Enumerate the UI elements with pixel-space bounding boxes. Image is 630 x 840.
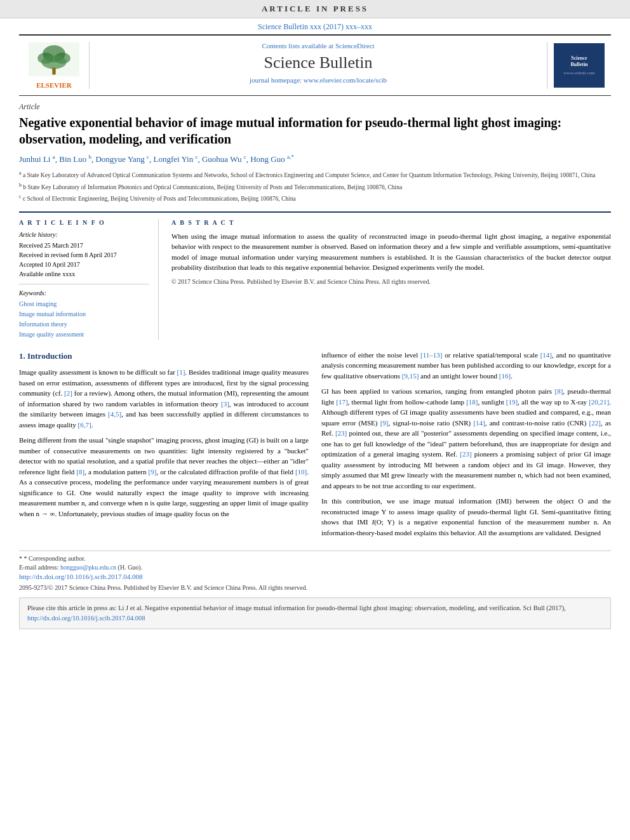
info-divider — [19, 284, 149, 284]
online-date: Available online xxxx — [19, 269, 149, 279]
citation-box: Please cite this article in press as: Li… — [19, 597, 611, 629]
elsevier-logo-area: ELSEVIER — [19, 42, 89, 89]
revised-date: Received in revised form 8 April 2017 — [19, 250, 149, 260]
keyword-1: Ghost imaging — [19, 299, 149, 309]
elsevier-logo: ELSEVIER — [29, 42, 79, 89]
abstract-text: When using the image mutual information … — [171, 231, 611, 286]
banner-text: ARTICLE IN PRESS — [262, 4, 368, 13]
article-info-column: A R T I C L E I N F O Article history: R… — [19, 219, 159, 340]
body-column-left: 1. Introduction Image quality assessment… — [19, 350, 309, 543]
abstract-column: A B S T R A C T When using the image mut… — [171, 219, 611, 340]
affiliation-a: a a State Key Laboratory of Advanced Opt… — [19, 170, 611, 180]
right-para-3: In this contribution, we use image mutua… — [321, 496, 611, 538]
received-date: Received 25 March 2017 — [19, 241, 149, 250]
body-content: 1. Introduction Image quality assessment… — [19, 350, 611, 543]
keyword-4: Image quality assessment — [19, 330, 149, 340]
intro-section-title: 1. Introduction — [19, 350, 309, 363]
elsevier-logo-icon — [29, 42, 79, 77]
affiliations: a a State Key Laboratory of Advanced Opt… — [19, 170, 611, 203]
science-bulletin-logo-area: ScienceBulletin www.scibull.com — [547, 42, 611, 89]
contents-available: Contents lists available at ScienceDirec… — [102, 42, 534, 50]
journal-name: Science Bulletin xxx (2017) xxx–xxx — [258, 22, 372, 31]
article-type: Article — [19, 102, 611, 112]
footer-copyright: 2095-9273/© 2017 Science China Press. Pu… — [19, 584, 611, 591]
affiliation-c: c c School of Electronic Engineering, Be… — [19, 193, 611, 203]
article-title: Negative exponential behavior of image m… — [19, 114, 611, 147]
keyword-2: Image mutual information — [19, 309, 149, 319]
authors: Junhui Li a, Bin Luo b, Dongyue Yang c, … — [19, 154, 611, 164]
right-para-2: GI has been applied to various scenarios… — [321, 386, 611, 491]
journal-homepage: journal homepage: www.elsevier.com/locat… — [102, 76, 534, 84]
main-content: Article Negative exponential behavior of… — [19, 96, 611, 543]
right-para-1: influence of either the noise level [11–… — [321, 350, 611, 382]
email-line: E-mail address: hongguo@pku.edu.cn (H. G… — [19, 564, 611, 571]
intro-para-1: Image quality assessment is known to be … — [19, 367, 309, 430]
corresponding-note: * * Corresponding author. — [19, 555, 611, 562]
body-column-right: influence of either the noise level [11–… — [321, 350, 611, 543]
svg-point-4 — [41, 55, 66, 69]
journal-title-area: Contents lists available at ScienceDirec… — [89, 42, 547, 89]
abstract-header: A B S T R A C T — [171, 219, 611, 226]
accepted-date: Accepted 10 April 2017 — [19, 260, 149, 269]
affiliation-b: b b State Key Laboratory of Information … — [19, 182, 611, 192]
article-in-press-banner: ARTICLE IN PRESS — [0, 0, 630, 18]
doi-link[interactable]: http://dx.doi.org/10.1016/j.scib.2017.04… — [19, 573, 611, 580]
info-abstract-section: A R T I C L E I N F O Article history: R… — [19, 211, 611, 340]
intro-para-2: Being different from the usual "single s… — [19, 435, 309, 519]
footer-section: * * Corresponding author. E-mail address… — [19, 550, 611, 629]
journal-title: Science Bulletin — [102, 53, 534, 72]
journal-name-line: Science Bulletin xxx (2017) xxx–xxx — [0, 18, 630, 34]
elsevier-text: ELSEVIER — [29, 81, 79, 89]
science-bulletin-logo: ScienceBulletin www.scibull.com — [554, 43, 605, 88]
svg-rect-5 — [52, 68, 55, 75]
article-info-header: A R T I C L E I N F O — [19, 219, 149, 226]
keywords-label: Keywords: — [19, 290, 149, 297]
keyword-3: Information theory — [19, 319, 149, 330]
copyright-text: © 2017 Science China Press. Published by… — [171, 277, 611, 286]
sb-logo-url: www.scibull.com — [564, 70, 595, 76]
history-label: Article history: — [19, 231, 149, 238]
sb-logo-title: ScienceBulletin — [570, 55, 587, 67]
journal-header: ELSEVIER Contents lists available at Sci… — [19, 34, 611, 96]
